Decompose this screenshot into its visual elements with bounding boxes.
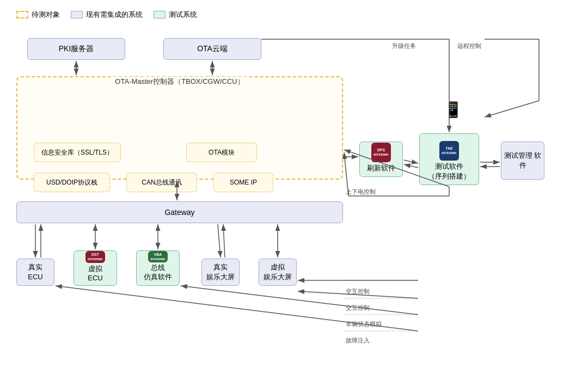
legend-item-dashed: 待测对象	[16, 10, 60, 20]
svg-line-15	[404, 160, 418, 163]
label-upgrade-task: 升级任务	[392, 42, 416, 50]
label-interaction1: 交互控制	[346, 287, 370, 296]
box-usd: USD/DOIP协议栈	[34, 173, 110, 192]
svg-line-31	[181, 286, 418, 315]
label-remote-control: 远程控制	[457, 42, 481, 50]
box-ota-cloud: OTA云端	[163, 38, 261, 60]
legend-item-blue: 现有需集成的系统	[71, 10, 143, 20]
box-bus-sim: VBAINTERWK 总线仿真软件	[136, 250, 180, 286]
label-vehicle-sim: 车辆状态模拟	[346, 320, 382, 328]
svg-line-12	[223, 224, 225, 257]
box-real-screen: 真实娱乐大屏	[201, 259, 240, 286]
tae-badge: TAEINTERWK	[439, 141, 459, 161]
legend-label-dashed: 待测对象	[32, 10, 60, 20]
diagram: PKI服务器 OTA云端 OTA-Master控制器（TBOX/CGW/CCU）…	[11, 33, 577, 359]
ota-master-label: OTA-Master控制器（TBOX/CGW/CCU）	[111, 77, 248, 87]
box-virtual-ecu: DSTINTERWK 虚拟ECU	[74, 250, 117, 286]
svg-line-24	[485, 101, 539, 117]
label-fault-injection: 故障注入	[346, 336, 370, 345]
box-gateway: Gateway	[16, 201, 343, 223]
legend: 待测对象 现有需集成的系统 测试系统	[16, 10, 197, 20]
svg-line-16	[404, 164, 418, 168]
box-can: CAN总线通讯	[126, 173, 197, 192]
legend-item-green: 测试系统	[154, 10, 197, 20]
box-ssl: 信息安全库（SSL/TLS）	[34, 143, 121, 162]
box-pki: PKI服务器	[27, 38, 125, 60]
box-ota-master-outer: OTA-Master控制器（TBOX/CGW/CCU） 信息安全库（SSL/TL…	[16, 76, 343, 180]
box-someip: SOME IP	[213, 173, 273, 192]
legend-icon-blue	[71, 11, 83, 19]
phone-icon: 📱	[444, 101, 463, 119]
legend-label-blue: 现有需集成的系统	[86, 10, 143, 20]
box-test-mgmt: 测试管理 软件	[501, 142, 544, 180]
label-up-down-power: 上下电控制	[346, 188, 376, 196]
dst-badge: DSTINTERWK	[85, 251, 105, 263]
label-interaction2: 交互控制	[346, 304, 370, 312]
legend-icon-green	[154, 11, 166, 19]
legend-icon-dashed	[16, 11, 28, 19]
box-virtual-screen: 虚拟娱乐大屏	[259, 259, 297, 286]
vba-badge: VBAINTERWK	[148, 251, 168, 262]
box-ota-module: OTA模块	[186, 143, 257, 162]
svg-line-11	[218, 224, 220, 257]
box-refresh-software: DPSINTERWK 刷新软件	[359, 142, 403, 177]
box-test-software: TAEINTERWK 测试软件（序列搭建）	[419, 133, 479, 185]
dps-badge: DPSINTERWK	[371, 143, 391, 162]
box-real-ecu: 真实ECU	[16, 259, 54, 286]
legend-label-green: 测试系统	[169, 10, 197, 20]
